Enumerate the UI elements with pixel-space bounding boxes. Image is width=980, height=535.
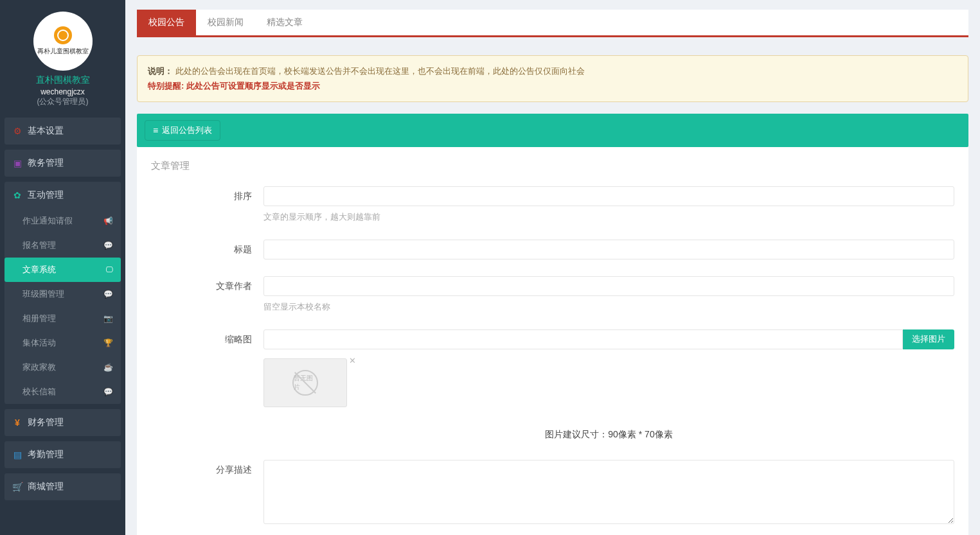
nav-item-label: 作业通知请假: [22, 215, 73, 227]
nav-group-academic: 教务管理: [4, 150, 121, 177]
chat-icon: 💬: [103, 387, 113, 396]
label-thumb: 缩略图: [151, 329, 263, 455]
thumb-hint: 图片建议尺寸：90像素 * 70像素: [263, 429, 954, 441]
nav-label: 教务管理: [28, 157, 64, 169]
nav-group-mall: 商城管理: [4, 473, 121, 500]
tab-campus-news[interactable]: 校园新闻: [196, 10, 255, 35]
nav-sub-interaction: 作业通知请假 📢 报名管理 💬 文章系统 🖵 班级圈管理 💬 相册管理 📷 集体…: [4, 209, 121, 404]
logo-text: 再朴儿童围棋教室: [37, 47, 89, 56]
alert-label: 说明：: [148, 66, 173, 76]
cart-icon: [12, 482, 22, 492]
input-title[interactable]: [263, 240, 954, 259]
chat-icon: 💬: [103, 290, 113, 299]
row-sort: 排序 文章的显示顺序，越大则越靠前: [151, 186, 954, 234]
thumb-placeholder: 暂无图片: [263, 358, 347, 407]
money-icon: [12, 417, 22, 428]
chat-icon: 💬: [103, 241, 113, 250]
logo-circle: 再朴儿童围棋教室: [33, 12, 93, 71]
nav-item-label: 班级圈管理: [22, 288, 64, 300]
nav-item-label: 家政家教: [22, 362, 56, 373]
alert-box: 说明： 此处的公告会出现在首页端，校长端发送公告并不会出现在这里，也不会出现在前…: [137, 55, 968, 102]
account-name: wechengjczx: [0, 87, 125, 96]
label-author: 文章作者: [151, 276, 263, 324]
nav-item-homework[interactable]: 作业通知请假 📢: [4, 209, 121, 233]
nav-interaction-mgmt[interactable]: 互动管理: [4, 182, 121, 209]
nav-label: 基本设置: [28, 125, 64, 137]
label-title: 标题: [151, 240, 263, 259]
nav-attendance-mgmt[interactable]: 考勤管理: [4, 441, 121, 468]
main-content: 校园公告 校园新闻 精选文章 说明： 此处的公告会出现在首页端，校长端发送公告并…: [125, 10, 980, 535]
nav-item-principal-mailbox[interactable]: 校长信箱 💬: [4, 380, 121, 404]
input-sort[interactable]: [263, 186, 954, 206]
logo-icon: [54, 26, 72, 44]
monitor-icon: 🖵: [105, 265, 113, 274]
row-author: 文章作者 留空显示本校名称: [151, 276, 954, 324]
nav-item-article[interactable]: 文章系统 🖵: [4, 258, 121, 282]
alert-tip-label: 特别提醒:: [148, 81, 186, 91]
alert-text: 此处的公告会出现在首页端，校长端发送公告并不会出现在这里，也不会出现在前端，此处…: [175, 66, 585, 76]
gear-icon: [12, 126, 22, 136]
form-panel: 文章管理 排序 文章的显示顺序，越大则越靠前 标题 文章作者 留空显示本校名称 …: [137, 147, 968, 535]
action-bar: 返回公告列表: [137, 114, 968, 147]
nav-label: 商城管理: [28, 481, 64, 493]
row-share: 分享描述: [151, 460, 954, 526]
nav-item-label: 文章系统: [22, 264, 56, 276]
book-icon: [12, 158, 22, 168]
no-image-text: 暂无图片: [294, 374, 317, 392]
row-title: 标题: [151, 240, 954, 259]
tabs-bar: 校园公告 校园新闻 精选文章: [137, 10, 968, 37]
nav-group-attendance: 考勤管理: [4, 441, 121, 468]
label-share: 分享描述: [151, 460, 263, 526]
choose-image-button[interactable]: 选择图片: [903, 329, 954, 349]
textarea-share[interactable]: [263, 460, 954, 524]
input-thumb[interactable]: [263, 329, 903, 349]
card-icon: [12, 450, 22, 460]
row-thumb: 缩略图 选择图片 暂无图片 ✕ 图片建议尺寸：90像素 * 70像素: [151, 329, 954, 455]
nav-item-album[interactable]: 相册管理 📷: [4, 306, 121, 331]
no-image-icon: 暂无图片: [292, 370, 318, 396]
panel-title: 文章管理: [151, 160, 954, 172]
nav-finance-mgmt[interactable]: 财务管理: [4, 409, 121, 436]
nav-group-basic: 基本设置: [4, 118, 121, 145]
label-sort: 排序: [151, 186, 263, 234]
nav-label: 财务管理: [28, 417, 64, 428]
nav-item-class-circle[interactable]: 班级圈管理 💬: [4, 282, 121, 306]
nav-group-interaction: 互动管理 作业通知请假 📢 报名管理 💬 文章系统 🖵 班级圈管理 💬 相册管理…: [4, 182, 121, 404]
cup-icon: ☕: [103, 363, 113, 372]
nav-item-label: 集体活动: [22, 337, 56, 349]
remove-thumb-icon[interactable]: ✕: [349, 356, 356, 365]
nav-item-group-activity[interactable]: 集体活动 🏆: [4, 331, 121, 355]
back-to-list-button[interactable]: 返回公告列表: [145, 120, 220, 141]
wechat-icon: [12, 190, 22, 200]
nav-mall-mgmt[interactable]: 商城管理: [4, 473, 121, 500]
account-role: (公众号管理员): [0, 96, 125, 107]
nav-academic-mgmt[interactable]: 教务管理: [4, 150, 121, 177]
nav-item-signup[interactable]: 报名管理 💬: [4, 233, 121, 258]
alert-tip-text: 此处公告可设置顺序显示或是否显示: [186, 81, 320, 91]
logo-area: 再朴儿童围棋教室 直朴围棋教室 wechengjczx (公众号管理员): [0, 0, 125, 112]
nav-basic-settings[interactable]: 基本设置: [4, 118, 121, 145]
nav-item-label: 报名管理: [22, 240, 56, 251]
help-sort: 文章的显示顺序，越大则越靠前: [263, 211, 954, 223]
bullhorn-icon: 📢: [103, 216, 113, 225]
camera-icon: 📷: [103, 314, 113, 323]
help-author: 留空显示本校名称: [263, 301, 954, 313]
thumb-preview: 暂无图片 ✕: [263, 358, 347, 407]
sidebar: 再朴儿童围棋教室 直朴围棋教室 wechengjczx (公众号管理员) 基本设…: [0, 0, 125, 535]
tab-featured-article[interactable]: 精选文章: [255, 10, 314, 35]
nav-item-housekeeping[interactable]: 家政家教 ☕: [4, 355, 121, 380]
nav-group-finance: 财务管理: [4, 409, 121, 436]
nav-label: 互动管理: [28, 189, 64, 201]
input-author[interactable]: [263, 276, 954, 296]
org-name: 直朴围棋教室: [0, 75, 125, 86]
nav-item-label: 校长信箱: [22, 386, 56, 398]
tab-campus-notice[interactable]: 校园公告: [137, 10, 196, 35]
nav-label: 考勤管理: [28, 449, 64, 460]
trophy-icon: 🏆: [103, 338, 113, 347]
nav-item-label: 相册管理: [22, 313, 56, 324]
